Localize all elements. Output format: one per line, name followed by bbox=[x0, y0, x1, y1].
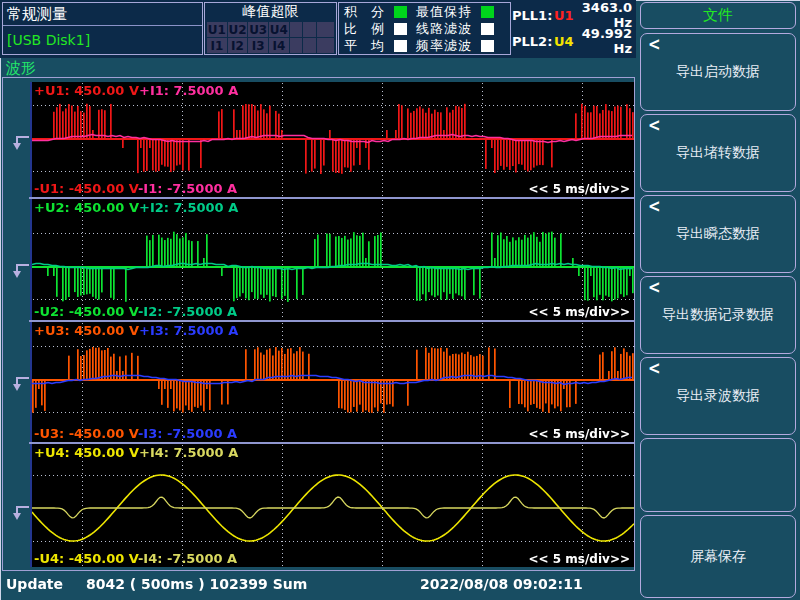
button-label: 导出启动数据 bbox=[676, 63, 760, 81]
channel-4-top-scale: +U4: 450.00 V+I4: 7.5000 A bbox=[34, 445, 238, 460]
peak-cell-u2: U2 bbox=[228, 22, 248, 37]
u1-plus-scale: +U1: 450.00 V bbox=[34, 83, 139, 98]
peak-cell-u4: U4 bbox=[269, 22, 289, 37]
peak-cell-empty bbox=[290, 38, 303, 53]
waveform-channel-1: +U1: 450.00 V+I1: 7.5000 A -U1: -450.00 … bbox=[30, 82, 634, 197]
peak-voltage-row: U1 U2 U3 U4 bbox=[207, 22, 334, 37]
i2-plus-scale: +I2: 7.5000 A bbox=[139, 200, 238, 215]
export-locked-rotor-data-button[interactable]: < 导出堵转数据 bbox=[640, 114, 796, 192]
toggle-integral-char2: 分 bbox=[371, 3, 387, 21]
i2-minus-scale: -I2: -7.5000 A bbox=[138, 304, 237, 319]
empty-menu-button[interactable] bbox=[640, 438, 796, 512]
channel-4-zero-marker-icon bbox=[8, 505, 30, 522]
back-arrow-icon: < bbox=[648, 34, 661, 55]
ratio-checkbox[interactable] bbox=[394, 23, 407, 35]
u3-plus-scale: +U3: 450.00 V bbox=[34, 323, 139, 338]
toggle-freq-filter-label: 频率滤波 bbox=[416, 37, 474, 55]
toggle-ratio-char1: 比 bbox=[344, 20, 360, 38]
i4-minus-scale: -I4: -7.5000 A bbox=[138, 551, 237, 566]
peak-cell-empty bbox=[303, 22, 316, 37]
u4-minus-scale: -U4: -450.00 V bbox=[34, 551, 138, 566]
mode-title: 常规测量 bbox=[3, 3, 202, 26]
peak-cell-empty bbox=[303, 38, 316, 53]
pll1-label: PLL1: bbox=[512, 8, 554, 23]
pll-panel: PLL1: U1 3463.0 Hz PLL2: U4 49.992 Hz bbox=[512, 2, 634, 55]
waveform-channel-2: +U2: 450.00 V+I2: 7.5000 A -U2: -450.00 … bbox=[30, 199, 634, 320]
toggle-integral-char1: 积 bbox=[344, 3, 360, 21]
pll2-frequency: 49.992 Hz bbox=[580, 26, 634, 56]
u2-plus-scale: +U2: 450.00 V bbox=[34, 200, 139, 215]
back-arrow-icon: < bbox=[648, 115, 661, 136]
waveform-section-label: 波形 bbox=[6, 59, 36, 78]
back-arrow-icon: < bbox=[648, 277, 661, 298]
export-transient-data-button[interactable]: < 导出瞬态数据 bbox=[640, 195, 796, 273]
pll2-source: U4 bbox=[554, 34, 580, 49]
channel-1-zero-marker-icon bbox=[8, 135, 30, 152]
measure-mode-panel: 常规测量 [USB Disk1] bbox=[2, 2, 203, 55]
peak-cell-i1: I1 bbox=[207, 38, 227, 53]
peak-over-limit-title: 峰值超限 bbox=[205, 3, 336, 21]
button-label: 导出录波数据 bbox=[676, 387, 760, 405]
channel-3-bottom-scale: -U3: -450.00 V-I3: -7.5000 A bbox=[34, 426, 237, 441]
top-bar: 常规测量 [USB Disk1] 峰值超限 U1 U2 U3 U4 I1 I2 … bbox=[0, 0, 636, 58]
toggle-row-2: 比 例 线路滤波 bbox=[339, 20, 510, 37]
u1-minus-scale: -U1: -450.00 V bbox=[34, 181, 138, 196]
button-label: 导出数据记录数据 bbox=[662, 306, 774, 324]
channel-3-timebase: << 5 ms/div>> bbox=[529, 427, 630, 441]
i1-plus-scale: +I1: 7.5000 A bbox=[139, 83, 238, 98]
i1-minus-scale: -I1: -7.5000 A bbox=[138, 181, 237, 196]
i3-minus-scale: -I3: -7.5000 A bbox=[138, 426, 237, 441]
i3-plus-scale: +I3: 7.5000 A bbox=[139, 323, 238, 338]
peak-current-row: I1 I2 I3 I4 bbox=[207, 38, 334, 53]
toggle-average-char2: 均 bbox=[371, 37, 387, 55]
freq-filter-checkbox[interactable] bbox=[481, 40, 494, 52]
u2-minus-scale: -U2: -450.00 V bbox=[34, 304, 138, 319]
peak-over-limit-panel: 峰值超限 U1 U2 U3 U4 I1 I2 I3 I4 bbox=[204, 2, 337, 55]
toggle-row-3: 平 均 频率滤波 bbox=[339, 37, 510, 54]
integral-checkbox[interactable] bbox=[394, 6, 407, 18]
channel-1-timebase: << 5 ms/div>> bbox=[529, 182, 630, 196]
peak-cell-i3: I3 bbox=[248, 38, 268, 53]
toggle-line-filter-label: 线路滤波 bbox=[416, 20, 474, 38]
back-arrow-icon: < bbox=[648, 358, 661, 379]
channel-2-bottom-scale: -U2: -450.00 V-I2: -7.5000 A bbox=[34, 304, 237, 319]
usb-disk-status: [USB Disk1] bbox=[3, 26, 202, 48]
channel-3-zero-marker-icon bbox=[8, 376, 30, 393]
channel-4-bottom-scale: -U4: -450.00 V-I4: -7.5000 A bbox=[34, 551, 237, 566]
pll1-source: U1 bbox=[554, 8, 580, 23]
channel-3-top-scale: +U3: 450.00 V+I3: 7.5000 A bbox=[34, 323, 238, 338]
channel-2-timebase: << 5 ms/div>> bbox=[529, 305, 630, 319]
button-label: 屏幕保存 bbox=[690, 548, 746, 566]
export-data-record-button[interactable]: < 导出数据记录数据 bbox=[640, 276, 796, 354]
peak-cell-i4: I4 bbox=[269, 38, 289, 53]
screen-save-button[interactable]: 屏幕保存 bbox=[640, 515, 796, 598]
waveform-channel-4: +U4: 450.00 V+I4: 7.5000 A -U4: -450.00 … bbox=[30, 444, 634, 567]
peak-cell-u1: U1 bbox=[207, 22, 227, 37]
peak-cell-empty bbox=[290, 22, 303, 37]
peak-cell-u3: U3 bbox=[248, 22, 268, 37]
max-hold-checkbox[interactable] bbox=[481, 6, 494, 18]
pll1-row: PLL1: U1 3463.0 Hz bbox=[512, 2, 634, 28]
channel-4-waveform-canvas bbox=[32, 444, 634, 567]
toggle-ratio-char2: 例 bbox=[371, 20, 387, 38]
channel-1-bottom-scale: -U1: -450.00 V-I1: -7.5000 A bbox=[34, 181, 237, 196]
u3-minus-scale: -U3: -450.00 V bbox=[34, 426, 138, 441]
toggle-row-1: 积 分 最值保持 bbox=[339, 3, 510, 20]
peak-cell-empty bbox=[317, 22, 334, 37]
peak-cell-i2: I2 bbox=[228, 38, 248, 53]
channel-4-timebase: << 5 ms/div>> bbox=[529, 552, 630, 566]
channel-1-top-scale: +U1: 450.00 V+I1: 7.5000 A bbox=[34, 83, 238, 98]
i4-plus-scale: +I4: 7.5000 A bbox=[139, 445, 238, 460]
line-filter-checkbox[interactable] bbox=[481, 23, 494, 35]
average-checkbox[interactable] bbox=[394, 40, 407, 52]
back-arrow-icon: < bbox=[648, 196, 661, 217]
update-label: Update bbox=[6, 576, 63, 592]
export-startup-data-button[interactable]: < 导出启动数据 bbox=[640, 33, 796, 111]
power-analyzer-screen: 常规测量 [USB Disk1] 峰值超限 U1 U2 U3 U4 I1 I2 … bbox=[0, 0, 800, 600]
datetime: 2022/08/08 09:02:11 bbox=[420, 576, 583, 592]
pll2-row: PLL2: U4 49.992 Hz bbox=[512, 28, 634, 54]
export-waveform-record-button[interactable]: < 导出录波数据 bbox=[640, 357, 796, 435]
channel-2-waveform-canvas bbox=[32, 199, 634, 320]
toggle-max-hold-label: 最值保持 bbox=[416, 3, 474, 21]
status-bar: Update 8042 ( 500ms ) 102399 Sum 2022/08… bbox=[0, 576, 636, 600]
